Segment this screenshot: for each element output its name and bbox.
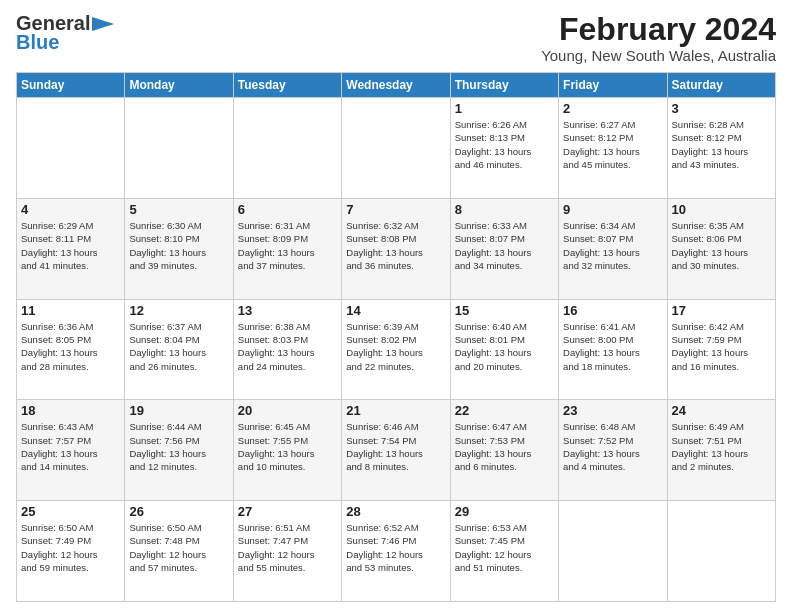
- calendar-cell: 29Sunrise: 6:53 AM Sunset: 7:45 PM Dayli…: [450, 501, 558, 602]
- title-block: February 2024 Young, New South Wales, Au…: [541, 12, 776, 64]
- day-number: 6: [238, 202, 337, 217]
- day-number: 23: [563, 403, 662, 418]
- calendar-cell: 5Sunrise: 6:30 AM Sunset: 8:10 PM Daylig…: [125, 198, 233, 299]
- day-info: Sunrise: 6:27 AM Sunset: 8:12 PM Dayligh…: [563, 118, 662, 171]
- calendar-cell: 24Sunrise: 6:49 AM Sunset: 7:51 PM Dayli…: [667, 400, 775, 501]
- calendar-week-5: 25Sunrise: 6:50 AM Sunset: 7:49 PM Dayli…: [17, 501, 776, 602]
- logo: General Blue: [16, 12, 114, 54]
- header: General Blue February 2024 Young, New So…: [16, 12, 776, 64]
- logo-blue: Blue: [16, 31, 59, 54]
- day-number: 26: [129, 504, 228, 519]
- header-day-thursday: Thursday: [450, 73, 558, 98]
- calendar-cell: 1Sunrise: 6:26 AM Sunset: 8:13 PM Daylig…: [450, 98, 558, 199]
- calendar-cell: 16Sunrise: 6:41 AM Sunset: 8:00 PM Dayli…: [559, 299, 667, 400]
- day-info: Sunrise: 6:50 AM Sunset: 7:49 PM Dayligh…: [21, 521, 120, 574]
- day-number: 5: [129, 202, 228, 217]
- calendar-cell: 27Sunrise: 6:51 AM Sunset: 7:47 PM Dayli…: [233, 501, 341, 602]
- day-number: 15: [455, 303, 554, 318]
- calendar-cell: 9Sunrise: 6:34 AM Sunset: 8:07 PM Daylig…: [559, 198, 667, 299]
- day-info: Sunrise: 6:49 AM Sunset: 7:51 PM Dayligh…: [672, 420, 771, 473]
- day-info: Sunrise: 6:46 AM Sunset: 7:54 PM Dayligh…: [346, 420, 445, 473]
- day-number: 18: [21, 403, 120, 418]
- logo-arrow-icon: [92, 15, 114, 33]
- svg-marker-0: [92, 17, 114, 31]
- day-number: 2: [563, 101, 662, 116]
- day-number: 24: [672, 403, 771, 418]
- day-number: 8: [455, 202, 554, 217]
- calendar-cell: 17Sunrise: 6:42 AM Sunset: 7:59 PM Dayli…: [667, 299, 775, 400]
- day-info: Sunrise: 6:43 AM Sunset: 7:57 PM Dayligh…: [21, 420, 120, 473]
- calendar-cell: 22Sunrise: 6:47 AM Sunset: 7:53 PM Dayli…: [450, 400, 558, 501]
- calendar-cell: 12Sunrise: 6:37 AM Sunset: 8:04 PM Dayli…: [125, 299, 233, 400]
- header-day-monday: Monday: [125, 73, 233, 98]
- calendar-cell: 15Sunrise: 6:40 AM Sunset: 8:01 PM Dayli…: [450, 299, 558, 400]
- day-info: Sunrise: 6:37 AM Sunset: 8:04 PM Dayligh…: [129, 320, 228, 373]
- day-number: 1: [455, 101, 554, 116]
- day-number: 20: [238, 403, 337, 418]
- calendar-week-4: 18Sunrise: 6:43 AM Sunset: 7:57 PM Dayli…: [17, 400, 776, 501]
- header-day-friday: Friday: [559, 73, 667, 98]
- calendar-cell: [342, 98, 450, 199]
- day-number: 28: [346, 504, 445, 519]
- day-number: 19: [129, 403, 228, 418]
- calendar-cell: 14Sunrise: 6:39 AM Sunset: 8:02 PM Dayli…: [342, 299, 450, 400]
- day-info: Sunrise: 6:33 AM Sunset: 8:07 PM Dayligh…: [455, 219, 554, 272]
- calendar-cell: 8Sunrise: 6:33 AM Sunset: 8:07 PM Daylig…: [450, 198, 558, 299]
- day-info: Sunrise: 6:42 AM Sunset: 7:59 PM Dayligh…: [672, 320, 771, 373]
- day-number: 16: [563, 303, 662, 318]
- header-day-saturday: Saturday: [667, 73, 775, 98]
- day-info: Sunrise: 6:29 AM Sunset: 8:11 PM Dayligh…: [21, 219, 120, 272]
- calendar-cell: 23Sunrise: 6:48 AM Sunset: 7:52 PM Dayli…: [559, 400, 667, 501]
- day-number: 10: [672, 202, 771, 217]
- day-number: 29: [455, 504, 554, 519]
- day-info: Sunrise: 6:40 AM Sunset: 8:01 PM Dayligh…: [455, 320, 554, 373]
- day-info: Sunrise: 6:51 AM Sunset: 7:47 PM Dayligh…: [238, 521, 337, 574]
- day-number: 27: [238, 504, 337, 519]
- day-info: Sunrise: 6:32 AM Sunset: 8:08 PM Dayligh…: [346, 219, 445, 272]
- day-info: Sunrise: 6:30 AM Sunset: 8:10 PM Dayligh…: [129, 219, 228, 272]
- calendar-cell: 28Sunrise: 6:52 AM Sunset: 7:46 PM Dayli…: [342, 501, 450, 602]
- day-info: Sunrise: 6:45 AM Sunset: 7:55 PM Dayligh…: [238, 420, 337, 473]
- month-title: February 2024: [541, 12, 776, 47]
- calendar-week-2: 4Sunrise: 6:29 AM Sunset: 8:11 PM Daylig…: [17, 198, 776, 299]
- day-info: Sunrise: 6:35 AM Sunset: 8:06 PM Dayligh…: [672, 219, 771, 272]
- calendar-cell: 10Sunrise: 6:35 AM Sunset: 8:06 PM Dayli…: [667, 198, 775, 299]
- day-number: 3: [672, 101, 771, 116]
- day-info: Sunrise: 6:48 AM Sunset: 7:52 PM Dayligh…: [563, 420, 662, 473]
- day-info: Sunrise: 6:34 AM Sunset: 8:07 PM Dayligh…: [563, 219, 662, 272]
- calendar-cell: 19Sunrise: 6:44 AM Sunset: 7:56 PM Dayli…: [125, 400, 233, 501]
- calendar-body: 1Sunrise: 6:26 AM Sunset: 8:13 PM Daylig…: [17, 98, 776, 602]
- day-info: Sunrise: 6:41 AM Sunset: 8:00 PM Dayligh…: [563, 320, 662, 373]
- header-day-sunday: Sunday: [17, 73, 125, 98]
- day-info: Sunrise: 6:53 AM Sunset: 7:45 PM Dayligh…: [455, 521, 554, 574]
- calendar-cell: 25Sunrise: 6:50 AM Sunset: 7:49 PM Dayli…: [17, 501, 125, 602]
- day-info: Sunrise: 6:28 AM Sunset: 8:12 PM Dayligh…: [672, 118, 771, 171]
- calendar-cell: 2Sunrise: 6:27 AM Sunset: 8:12 PM Daylig…: [559, 98, 667, 199]
- day-number: 11: [21, 303, 120, 318]
- day-number: 13: [238, 303, 337, 318]
- calendar-cell: 20Sunrise: 6:45 AM Sunset: 7:55 PM Dayli…: [233, 400, 341, 501]
- day-number: 22: [455, 403, 554, 418]
- day-info: Sunrise: 6:38 AM Sunset: 8:03 PM Dayligh…: [238, 320, 337, 373]
- calendar-cell: 3Sunrise: 6:28 AM Sunset: 8:12 PM Daylig…: [667, 98, 775, 199]
- day-number: 9: [563, 202, 662, 217]
- calendar-week-1: 1Sunrise: 6:26 AM Sunset: 8:13 PM Daylig…: [17, 98, 776, 199]
- calendar-cell: [233, 98, 341, 199]
- header-day-wednesday: Wednesday: [342, 73, 450, 98]
- calendar-cell: 6Sunrise: 6:31 AM Sunset: 8:09 PM Daylig…: [233, 198, 341, 299]
- day-number: 21: [346, 403, 445, 418]
- calendar-header-row: SundayMondayTuesdayWednesdayThursdayFrid…: [17, 73, 776, 98]
- calendar-cell: 13Sunrise: 6:38 AM Sunset: 8:03 PM Dayli…: [233, 299, 341, 400]
- calendar-week-3: 11Sunrise: 6:36 AM Sunset: 8:05 PM Dayli…: [17, 299, 776, 400]
- calendar-cell: [667, 501, 775, 602]
- day-number: 17: [672, 303, 771, 318]
- day-info: Sunrise: 6:52 AM Sunset: 7:46 PM Dayligh…: [346, 521, 445, 574]
- calendar-cell: [559, 501, 667, 602]
- calendar-cell: 11Sunrise: 6:36 AM Sunset: 8:05 PM Dayli…: [17, 299, 125, 400]
- page: General Blue February 2024 Young, New So…: [0, 0, 792, 612]
- day-number: 4: [21, 202, 120, 217]
- day-info: Sunrise: 6:26 AM Sunset: 8:13 PM Dayligh…: [455, 118, 554, 171]
- location-subtitle: Young, New South Wales, Australia: [541, 47, 776, 64]
- day-info: Sunrise: 6:50 AM Sunset: 7:48 PM Dayligh…: [129, 521, 228, 574]
- calendar-table: SundayMondayTuesdayWednesdayThursdayFrid…: [16, 72, 776, 602]
